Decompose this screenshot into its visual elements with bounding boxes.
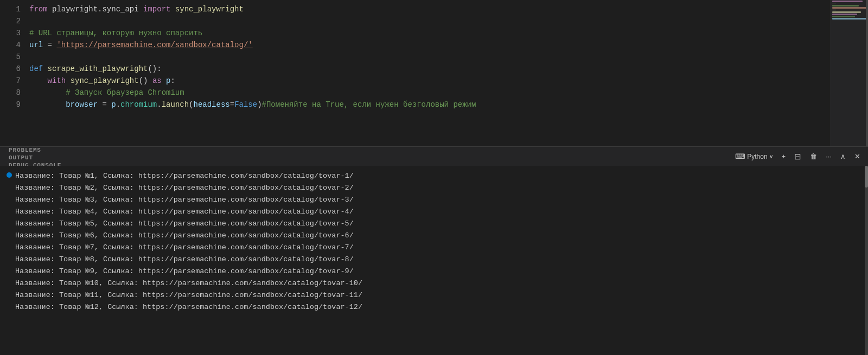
terminal-line-8: Название: Товар №8, Ссылка: https://pars… (7, 254, 861, 266)
code-token: url (29, 39, 43, 51)
terminal-text: Название: Товар №7, Ссылка: https://pars… (15, 243, 354, 251)
terminal-line-3: Название: Товар №3, Ссылка: https://pars… (7, 194, 861, 206)
code-token: = (98, 99, 111, 111)
more-actions-button[interactable]: ··· (822, 150, 835, 163)
terminal-text: Название: Товар №12, Ссылка: https://par… (15, 303, 362, 311)
terminal-line-1: Название: Товар №1, Ссылка: https://pars… (7, 170, 861, 182)
ellipsis-icon: ··· (826, 152, 832, 160)
terminal-text: Название: Товар №10, Ссылка: https://par… (15, 279, 362, 287)
close-panel-button[interactable]: ✕ (851, 150, 864, 163)
code-token (29, 99, 66, 111)
plus-icon: + (782, 152, 786, 160)
code-token: scrape_with_playwright (48, 63, 148, 75)
code-token: launch (162, 99, 189, 111)
minimap (830, 0, 868, 146)
code-token: # Запуск браузера Chromium (66, 87, 184, 99)
terminal-bullet (7, 172, 12, 178)
code-token: chromium (120, 99, 157, 111)
code-token: : (171, 75, 175, 87)
terminal-output: Название: Товар №1, Ссылка: https://pars… (7, 170, 861, 313)
code-line-6: def scrape_with_playwright(): (29, 63, 830, 75)
code-token: sync_playwright (71, 75, 139, 87)
terminal-panel[interactable]: Название: Товар №1, Ссылка: https://pars… (0, 166, 868, 355)
terminal-text: Название: Товар №6, Ссылка: https://pars… (15, 231, 354, 240)
terminal-line-7: Название: Товар №7, Ссылка: https://pars… (7, 242, 861, 254)
code-token: with (48, 75, 71, 87)
terminal-line-4: Название: Товар №4, Ссылка: https://pars… (7, 206, 861, 218)
chevron-down-icon: ∨ (769, 153, 773, 159)
code-token: # URL страницы, которую нужно спарсить (29, 27, 202, 39)
code-content[interactable]: from playwright.sync_api import sync_pla… (26, 0, 830, 146)
terminal-text: Название: Товар №4, Ссылка: https://pars… (15, 208, 354, 216)
tab-output[interactable]: OUTPUT (0, 154, 70, 162)
add-terminal-button[interactable]: + (778, 150, 789, 163)
close-icon: ✕ (854, 152, 860, 160)
code-line-9: browser = p.chromium.launch(headless=Fal… (29, 99, 830, 111)
code-line-5 (29, 51, 830, 63)
terminal-text: Название: Товар №9, Ссылка: https://pars… (15, 267, 354, 275)
split-icon: ⊟ (794, 152, 801, 162)
code-token: playwright.sync_api (52, 3, 143, 15)
code-token (29, 75, 48, 87)
chevron-up-icon: ∧ (840, 152, 846, 160)
code-editor: 123456789 from playwright.sync_api impor… (0, 0, 868, 146)
tabs-list: PROBLEMSOUTPUTDEBUG CONSOLETERMINALPORTS (0, 147, 70, 166)
terminal-line-9: Название: Товар №9, Ссылка: https://pars… (7, 266, 861, 277)
split-terminal-button[interactable]: ⊟ (791, 150, 805, 164)
code-token: headless (194, 99, 230, 111)
terminal-line-6: Название: Товар №6, Ссылка: https://pars… (7, 230, 861, 242)
code-token: (): (148, 63, 161, 75)
code-token: () (139, 75, 152, 87)
code-line-8: # Запуск браузера Chromium (29, 87, 830, 99)
terminal-line-11: Название: Товар №11, Ссылка: https://par… (7, 289, 861, 301)
terminal-text: Название: Товар №3, Ссылка: https://pars… (15, 196, 354, 204)
terminal-line-12: Название: Товар №12, Ссылка: https://par… (7, 301, 861, 313)
code-token: 'https://parsemachine.com/sandbox/catalo… (56, 39, 252, 51)
code-token: False (234, 99, 257, 111)
new-terminal-button[interactable]: ⌨ Python ∨ (732, 150, 776, 163)
code-token: . (116, 99, 120, 111)
code-line-3: # URL страницы, которую нужно спарсить (29, 27, 830, 39)
code-line-1: from playwright.sync_api import sync_pla… (29, 3, 830, 15)
line-numbers: 123456789 (0, 0, 26, 146)
terminal-scrollbar-thumb[interactable] (865, 166, 868, 188)
terminal-line-5: Название: Товар №5, Ссылка: https://pars… (7, 218, 861, 230)
code-token: ) (257, 99, 261, 111)
terminal-text: Название: Товар №5, Ссылка: https://pars… (15, 220, 354, 228)
code-token: def (29, 63, 48, 75)
python-label: Python (747, 153, 767, 160)
code-token: as (152, 75, 166, 87)
code-token (29, 87, 66, 99)
terminal-text: Название: Товар №2, Ссылка: https://pars… (15, 184, 354, 192)
code-token: ( (189, 99, 193, 111)
maximize-panel-button[interactable]: ∧ (837, 150, 849, 163)
code-line-7: with sync_playwright() as p: (29, 75, 830, 87)
terminal-line-2: Название: Товар №2, Ссылка: https://pars… (7, 182, 861, 194)
code-token: from (29, 3, 52, 15)
minimap-scrollbar[interactable] (866, 0, 868, 146)
code-token: p (111, 99, 116, 111)
code-token: = (230, 99, 234, 111)
code-token: #Поменяйте на True, если нужен безголовы… (262, 99, 476, 111)
terminal-text: Название: Товар №8, Ссылка: https://pars… (15, 255, 354, 263)
terminal-text: Название: Товар №1, Ссылка: https://pars… (15, 172, 354, 180)
code-token: = (43, 39, 56, 51)
terminal-line-10: Название: Товар №10, Ссылка: https://par… (7, 277, 861, 289)
panel-tabs: PROBLEMSOUTPUTDEBUG CONSOLETERMINALPORTS… (0, 146, 868, 166)
code-line-2 (29, 15, 830, 27)
code-token: import (143, 3, 175, 15)
terminal-scrollbar[interactable] (865, 166, 868, 355)
code-token: . (157, 99, 161, 111)
tab-problems[interactable]: PROBLEMS (0, 147, 70, 154)
code-token: p (166, 75, 170, 87)
code-token: browser (66, 99, 98, 111)
delete-terminal-button[interactable]: 🗑 (807, 150, 820, 163)
code-line-4: url = 'https://parsemachine.com/sandbox/… (29, 39, 830, 51)
trash-icon: 🗑 (810, 152, 817, 160)
panel-actions: ⌨ Python ∨ + ⊟ 🗑 ··· ∧ ✕ (732, 147, 868, 166)
terminal-text: Название: Товар №11, Ссылка: https://par… (15, 291, 362, 299)
code-token: sync_playwright (175, 3, 244, 15)
